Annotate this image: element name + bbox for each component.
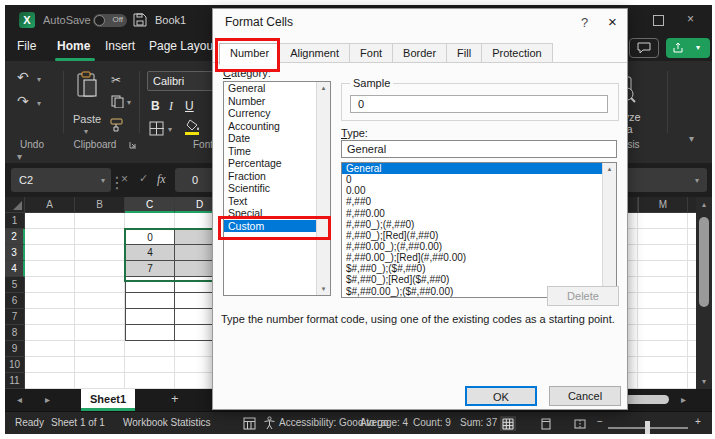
scroll-up-icon[interactable]: ▴: [696, 200, 712, 209]
cell[interactable]: [75, 373, 125, 389]
cell[interactable]: [638, 357, 688, 373]
cell[interactable]: [638, 229, 688, 245]
prev-sheet-icon[interactable]: ◂: [17, 394, 22, 405]
type-item[interactable]: 0: [342, 174, 616, 185]
row-header[interactable]: 6: [5, 293, 25, 309]
bold-button[interactable]: B: [151, 99, 160, 113]
cell[interactable]: [75, 293, 125, 309]
cell[interactable]: [25, 229, 75, 245]
select-all-button[interactable]: [5, 197, 25, 213]
cell[interactable]: [25, 293, 75, 309]
cell[interactable]: [25, 341, 75, 357]
cell-c3[interactable]: 4: [125, 245, 175, 261]
normal-view-icon[interactable]: [500, 416, 516, 431]
dialog-tab-protection[interactable]: Protection: [482, 43, 553, 63]
autosave-toggle[interactable]: Off: [93, 14, 127, 27]
dialog-tab-fill[interactable]: Fill: [447, 43, 482, 63]
paste-label[interactable]: Paste: [67, 113, 107, 125]
ribbon-options-chevron-icon[interactable]: ▾: [689, 133, 694, 144]
undo-icon[interactable]: ↶: [17, 69, 29, 85]
row-header[interactable]: 10: [5, 357, 25, 373]
accessibility-icon[interactable]: [263, 416, 276, 430]
column-header-a[interactable]: A: [25, 197, 75, 213]
row-header[interactable]: 4: [5, 261, 25, 277]
scroll-down-icon[interactable]: ▾: [317, 285, 330, 293]
excel-app-icon[interactable]: X: [19, 12, 35, 28]
italic-button[interactable]: I: [169, 99, 173, 114]
cell[interactable]: [125, 213, 175, 229]
zoom-slider-thumb[interactable]: [645, 421, 650, 434]
category-item[interactable]: Special: [224, 207, 330, 220]
undo-dropdown-icon[interactable]: ▾: [37, 75, 41, 84]
row-header[interactable]: 7: [5, 309, 25, 325]
type-item[interactable]: $#,##0_);[Red]($#,##0): [342, 274, 616, 285]
type-item[interactable]: #,##0_);(#,##0): [342, 219, 616, 230]
add-sheet-icon[interactable]: +: [171, 391, 179, 406]
clipboard-dialog-launcher-icon[interactable]: [129, 141, 137, 149]
font-name-combo[interactable]: Calibri: [147, 71, 217, 91]
dialog-help-icon[interactable]: ?: [581, 15, 588, 30]
scroll-right-icon[interactable]: ▸: [681, 394, 686, 405]
share-button[interactable]: ▾: [666, 38, 710, 58]
dialog-tab-border[interactable]: Border: [393, 43, 447, 63]
cell[interactable]: [125, 309, 175, 325]
scroll-up-icon[interactable]: ▴: [603, 165, 616, 173]
type-item[interactable]: #,##0_);[Red](#,##0): [342, 230, 616, 241]
cell[interactable]: [25, 325, 75, 341]
cut-icon[interactable]: ✂: [111, 73, 121, 87]
row-header[interactable]: 3: [5, 245, 25, 261]
category-item[interactable]: Fraction: [224, 170, 330, 183]
next-sheet-icon[interactable]: ▸: [45, 394, 50, 405]
type-item[interactable]: 0.00: [342, 185, 616, 196]
redo-dropdown-icon[interactable]: ▾: [37, 99, 41, 108]
type-item-selected[interactable]: General: [342, 163, 603, 174]
row-header[interactable]: 9: [5, 341, 25, 357]
cell[interactable]: [75, 357, 125, 373]
confirm-entry-icon[interactable]: ✓: [139, 172, 148, 185]
cell[interactable]: [125, 373, 175, 389]
comments-button[interactable]: [629, 38, 659, 58]
vertical-scrollbar-thumb[interactable]: [699, 217, 709, 307]
category-listbox[interactable]: General Number Currency Accounting Date …: [223, 81, 331, 296]
copy-icon[interactable]: [111, 95, 124, 108]
cell[interactable]: [25, 245, 75, 261]
cell[interactable]: [638, 213, 688, 229]
cell[interactable]: [638, 309, 688, 325]
save-icon[interactable]: [133, 13, 147, 27]
dialog-tab-alignment[interactable]: Alignment: [280, 43, 350, 63]
cell[interactable]: [638, 373, 688, 389]
cell[interactable]: [25, 373, 75, 389]
type-item[interactable]: #,##0.00_);[Red](#,##0.00): [342, 252, 616, 263]
cell[interactable]: [25, 309, 75, 325]
close-window-button[interactable]: ×: [687, 12, 694, 26]
borders-dropdown-icon[interactable]: ▾: [168, 125, 172, 134]
formula-bar-expand[interactable]: ▾: [629, 168, 707, 192]
tab-home[interactable]: Home: [57, 39, 90, 53]
row-header[interactable]: 11: [5, 373, 25, 389]
cell[interactable]: [75, 341, 125, 357]
type-listbox[interactable]: General 0 0.00 #,##0 #,##0.00 #,##0_);(#…: [341, 162, 617, 298]
column-header-b[interactable]: B: [75, 197, 125, 213]
collapse-ribbon-icon[interactable]: ▾: [17, 151, 22, 162]
ok-button[interactable]: OK: [465, 386, 537, 406]
vertical-scrollbar[interactable]: ▴ ▾: [696, 197, 712, 389]
type-input[interactable]: General: [341, 140, 617, 158]
underline-button[interactable]: U: [185, 99, 194, 113]
cell[interactable]: [638, 341, 688, 357]
delete-button[interactable]: Delete: [547, 286, 619, 306]
category-item-custom-selected[interactable]: Custom: [224, 220, 317, 233]
page-layout-view-icon[interactable]: [538, 416, 554, 431]
cell[interactable]: [125, 293, 175, 309]
format-painter-icon[interactable]: [109, 117, 124, 132]
name-box[interactable]: C2 ▾: [11, 168, 111, 192]
workbook-statistics-icon[interactable]: [243, 417, 256, 430]
cell[interactable]: [75, 261, 125, 277]
row-header[interactable]: 2: [5, 229, 25, 245]
cell[interactable]: [25, 261, 75, 277]
insert-function-icon[interactable]: fx: [157, 172, 166, 187]
cancel-button[interactable]: Cancel: [549, 386, 621, 406]
dialog-tab-font[interactable]: Font: [350, 43, 393, 63]
cell[interactable]: [638, 325, 688, 341]
cell-c4[interactable]: 7: [125, 261, 175, 277]
column-header-c[interactable]: C: [125, 197, 175, 213]
